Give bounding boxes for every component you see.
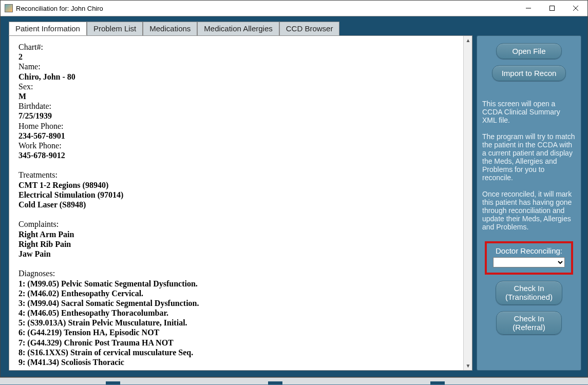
titlebar: Reconciliation for: John Chiro — [1, 1, 587, 16]
scroll-down-icon[interactable]: ▼ — [464, 361, 472, 370]
tab-medications[interactable]: Medications — [143, 22, 197, 35]
diagnosis-line: 7: (G44.329) Chronic Post Trauma HA NOT — [18, 338, 454, 348]
work-phone-value: 345-678-9012 — [18, 150, 454, 160]
diagnosis-line: 5: (S39.013A) Strain Pelvic Musculature,… — [18, 318, 454, 328]
home-phone-label: Home Phone: — [18, 121, 454, 131]
check-in-referral-button[interactable]: Check In (Referral) — [496, 311, 562, 335]
button-line2: (Transitioned) — [505, 293, 553, 301]
name-value: Chiro, John - 80 — [18, 72, 454, 82]
complaints-label: Complaints: — [18, 219, 454, 229]
window-title: Reconciliation for: John Chiro — [16, 5, 517, 12]
tab-row: Patient Information Problem List Medicat… — [1, 16, 587, 35]
diagnosis-line: 9: (M41.34) Scoliosis Thoracic — [18, 357, 454, 367]
treatment-line: Electrical Stimulation (97014) — [18, 190, 454, 200]
diagnosis-line: 2: (M46.02) Enthesopathy Cervical. — [18, 288, 454, 298]
sex-label: Sex: — [18, 82, 454, 91]
button-line2: (Referral) — [513, 323, 545, 332]
maximize-button[interactable] — [540, 1, 564, 16]
tab-problem-list[interactable]: Problem List — [87, 22, 143, 35]
birthdate-label: Birthdate: — [18, 101, 454, 111]
main-panel-wrap: Chart#: 2 Name: Chiro, John - 80 Sex: M … — [9, 35, 472, 371]
name-label: Name: — [18, 62, 454, 71]
doctor-reconciling-label: Doctor Reconciling: — [491, 246, 567, 255]
side-panel: Open File Import to Recon This screen wi… — [477, 35, 581, 371]
complaint-line: Right Arm Pain — [18, 229, 454, 239]
diagnosis-line: 3: (M99.04) Sacral Somatic Segmental Dys… — [18, 298, 454, 308]
app-window: Reconciliation for: John Chiro Patient I… — [0, 0, 588, 377]
open-file-button[interactable]: Open File — [496, 43, 562, 59]
close-icon — [573, 6, 578, 11]
tab-ccd-browser[interactable]: CCD Browser — [279, 22, 340, 35]
svg-rect-1 — [550, 6, 555, 11]
treatment-line: CMT 1-2 Regions (98940) — [18, 180, 454, 190]
treatments-label: Treatments: — [18, 170, 454, 180]
content-row: Chart#: 2 Name: Chiro, John - 80 Sex: M … — [1, 35, 587, 377]
side-help-text: This screen will open a CCDA Clinical Su… — [482, 100, 576, 239]
chart-value: 2 — [18, 52, 454, 62]
minimize-icon — [526, 6, 531, 11]
diagnosis-line: 8: (S16.1XXS) Strain of cervical muscula… — [18, 348, 454, 357]
help-paragraph: This screen will open a CCDA Clinical Su… — [482, 100, 576, 124]
work-phone-label: Work Phone: — [18, 141, 454, 150]
button-line1: Check In — [514, 314, 544, 323]
complaint-line: Right Rib Pain — [18, 239, 454, 249]
help-paragraph: Once reconciled, it will mark this patie… — [482, 190, 576, 231]
button-line1: Check In — [514, 284, 544, 293]
tab-medication-allergies[interactable]: Medication Allergies — [197, 22, 279, 35]
app-icon — [5, 4, 13, 12]
diagnosis-line: 6: (G44.219) Tension HA, Episodic NOT — [18, 328, 454, 337]
doctor-reconciling-select[interactable] — [493, 257, 565, 267]
complaint-line: Jaw Pain — [18, 249, 454, 259]
diagnosis-line: 1: (M99.05) Pelvic Somatic Segmental Dys… — [18, 279, 454, 288]
vertical-scrollbar[interactable]: ▲ ▼ — [463, 36, 472, 370]
treatment-line: Cold Laser (S8948) — [18, 200, 454, 209]
app-body: Patient Information Problem List Medicat… — [1, 16, 587, 377]
diagnoses-label: Diagnoses: — [18, 268, 454, 278]
help-paragraph: The program will try to match the patien… — [482, 132, 576, 182]
chart-label: Chart#: — [18, 42, 454, 52]
tab-patient-information[interactable]: Patient Information — [9, 22, 87, 35]
doctor-reconciling-box: Doctor Reconciling: — [485, 241, 573, 275]
minimize-button[interactable] — [517, 1, 540, 16]
diagnosis-line: 4: (M46.05) Enthesopathy Thoracolumbar. — [18, 308, 454, 318]
maximize-icon — [549, 6, 555, 11]
home-phone-value: 234-567-8901 — [18, 131, 454, 141]
import-to-recon-button[interactable]: Import to Recon — [492, 65, 566, 81]
scroll-up-icon[interactable]: ▲ — [464, 36, 472, 45]
bottom-edge-bar — [0, 377, 588, 384]
birthdate-value: 7/25/1939 — [18, 111, 454, 121]
patient-info-panel: Chart#: 2 Name: Chiro, John - 80 Sex: M … — [9, 36, 463, 370]
sex-value: M — [18, 91, 454, 101]
check-in-transitioned-button[interactable]: Check In (Transitioned) — [496, 281, 562, 305]
close-button[interactable] — [564, 1, 587, 16]
